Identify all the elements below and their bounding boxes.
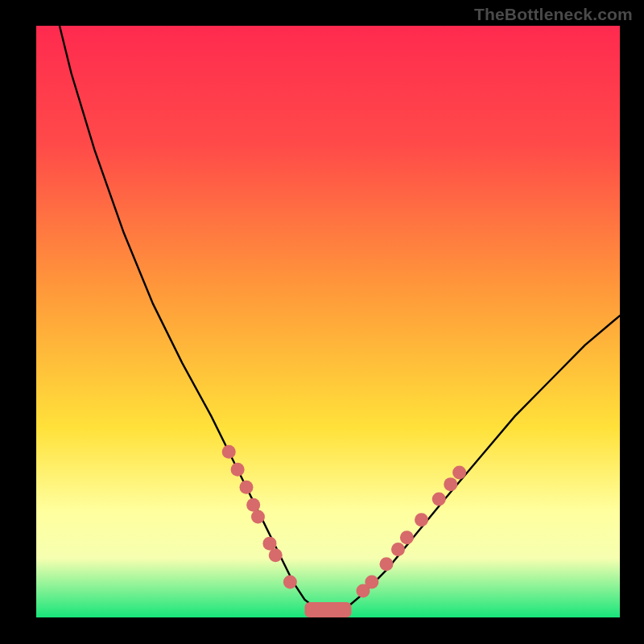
plot-area bbox=[36, 26, 620, 617]
marker-dot bbox=[400, 530, 414, 544]
marker-dot bbox=[251, 510, 265, 524]
marker-dot bbox=[222, 445, 236, 459]
marker-dot bbox=[444, 477, 457, 491]
marker-dot bbox=[365, 575, 378, 588]
marker-dot bbox=[415, 513, 428, 526]
marker-dot bbox=[240, 481, 254, 494]
marker-dot bbox=[432, 493, 446, 506]
marker-dot bbox=[246, 498, 260, 512]
marker-dot bbox=[391, 543, 405, 556]
marker-dot bbox=[263, 537, 277, 551]
marker-dot bbox=[380, 557, 394, 571]
bottleneck-curve bbox=[60, 26, 620, 612]
plateau-marker bbox=[305, 602, 352, 617]
chart-svg bbox=[36, 26, 620, 617]
watermark-text: TheBottleneck.com bbox=[474, 5, 633, 24]
marker-dot bbox=[452, 465, 466, 479]
chart-frame: TheBottleneck.com bbox=[0, 0, 644, 644]
marker-dot bbox=[231, 463, 245, 477]
marker-dot bbox=[283, 575, 297, 588]
markers-right-group bbox=[357, 465, 467, 597]
marker-dot bbox=[269, 548, 283, 562]
